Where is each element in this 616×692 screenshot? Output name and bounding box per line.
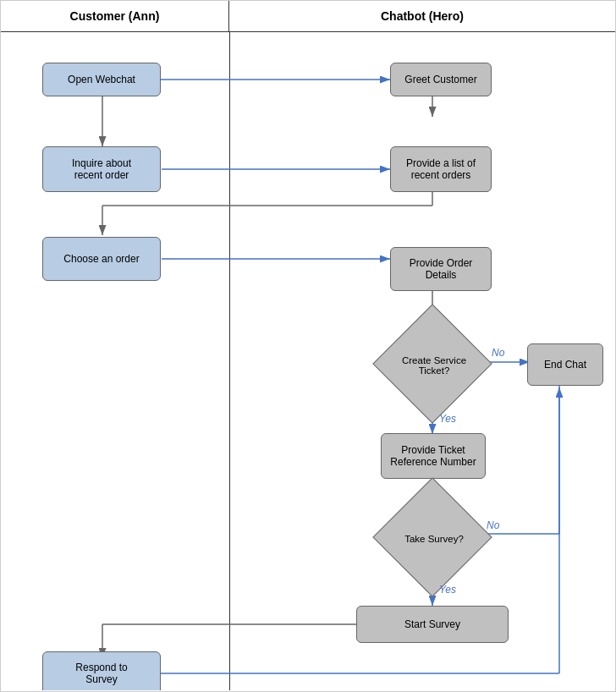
end-chat-node: End Chat	[527, 343, 603, 386]
column-divider	[229, 32, 230, 690]
provide-order-details-node: Provide Order Details	[390, 247, 492, 291]
provide-ticket-node: Provide Ticket Reference Number	[381, 433, 486, 479]
open-webchat-node: Open Webchat	[42, 63, 161, 96]
no-label-take-survey: No	[487, 519, 499, 531]
respond-survey-node: Respond to Survey	[42, 651, 161, 690]
content-area: Open Webchat Greet Customer Inquire abou…	[1, 32, 616, 690]
choose-order-node: Choose an order	[42, 237, 161, 281]
create-ticket-diamond: Create Service Ticket?	[388, 320, 476, 408]
no-label-create-ticket: No	[492, 347, 504, 359]
provide-list-node: Provide a list of recent orders	[390, 146, 492, 192]
customer-column-header: Customer (Ann)	[1, 1, 229, 31]
yes-label-take-survey: Yes	[439, 584, 456, 596]
yes-label-create-ticket: Yes	[439, 413, 456, 425]
diagram-container: Customer (Ann) Chatbot (Hero)	[0, 0, 616, 692]
chatbot-column-header: Chatbot (Hero)	[229, 1, 615, 31]
greet-customer-node: Greet Customer	[390, 63, 492, 96]
flow-arrows	[1, 32, 616, 690]
take-survey-diamond: Take Survey?	[388, 493, 476, 581]
inquire-order-node: Inquire about recent order	[42, 146, 161, 192]
header: Customer (Ann) Chatbot (Hero)	[1, 1, 615, 32]
start-survey-node: Start Survey	[356, 606, 509, 643]
